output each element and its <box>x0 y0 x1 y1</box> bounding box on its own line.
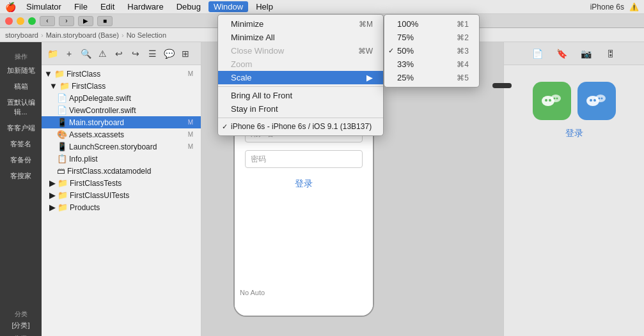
swift-file-icon: 📄 <box>57 93 67 103</box>
panel-btn-1[interactable]: 📄 <box>530 45 546 62</box>
breadcrumb-part-2: Main.storyboard (Base) <box>46 31 119 39</box>
menu-minimize-all-label: Minimize All <box>231 33 275 42</box>
sidebar-default-editor[interactable]: 置默认编辑... <box>3 96 39 119</box>
menu-help[interactable]: Help <box>251 1 278 12</box>
menu-edit[interactable]: Edit <box>95 1 120 12</box>
folder-icon-products: 📁 <box>58 202 68 212</box>
folder-icon-tests: 📁 <box>58 178 68 188</box>
scale-75[interactable]: 75% ⌘2 <box>384 31 479 44</box>
search-icon[interactable]: 🔍 <box>79 47 93 61</box>
sidebar-drafts[interactable]: 稿箱 <box>3 80 39 93</box>
close-button[interactable] <box>5 17 13 25</box>
svg-point-9 <box>595 95 606 102</box>
menu-stay-front[interactable]: Stay in Front <box>218 102 383 116</box>
panel-btn-4[interactable]: 🎛 <box>602 45 619 62</box>
scale-100[interactable]: 100% ⌘1 <box>384 17 479 31</box>
sidebar-add-note[interactable]: 加新随笔 <box>3 64 39 77</box>
sidebar-backup[interactable]: 客备份 <box>3 153 39 167</box>
tree-main-storyboard-label: Main.storyboard <box>69 118 124 127</box>
chat-icon[interactable]: 💬 <box>162 47 176 61</box>
scale-50[interactable]: ✓ 50% ⌘3 <box>384 44 479 57</box>
lines-icon[interactable]: ☰ <box>145 47 159 61</box>
folder-icon-uitests: 📁 <box>58 190 68 200</box>
scale-25[interactable]: 25% ⌘5 <box>384 71 479 84</box>
sidebar-client[interactable]: 客客户端 <box>3 121 39 135</box>
right-login-button[interactable]: 登录 <box>565 128 583 139</box>
tree-infoplist[interactable]: 📋 Info.plist <box>42 153 201 165</box>
sidebar-cat-1[interactable]: [分类] <box>3 319 39 332</box>
menu-iphone6s-label: iPhone 6s - iPhone 6s / iOS 9.1 (13B137) <box>231 122 372 131</box>
maximize-button[interactable] <box>28 17 36 25</box>
tree-appdelegate[interactable]: 📄 AppDelegate.swift <box>42 92 201 104</box>
tree-products[interactable]: ▶ 📁 Products <box>42 201 201 213</box>
add-icon[interactable]: + <box>62 47 76 61</box>
menu-zoom: Zoom <box>218 57 383 71</box>
undo-icon[interactable]: ↩ <box>112 47 126 61</box>
tree-tests-label: FirstClassTests <box>70 179 122 188</box>
back-button[interactable]: ‹ <box>40 16 55 26</box>
login-button[interactable]: 登录 <box>295 178 313 190</box>
tree-uitests[interactable]: ▶ 📁 FirstClassUITests <box>42 189 201 201</box>
play-button[interactable]: ▶ <box>78 16 93 26</box>
tree-tests[interactable]: ▶ 📁 FirstClassTests <box>42 177 201 189</box>
menu-minimize-shortcut: ⌘M <box>359 20 373 29</box>
menu-scale[interactable]: Scale ▶ <box>218 71 383 84</box>
warning-tree-icon[interactable]: ⚠ <box>95 47 109 61</box>
sidebar-sign[interactable]: 客签名 <box>3 137 39 151</box>
tree-launchscreen-label: LaunchScreen.storyboard <box>69 142 157 151</box>
tree-launchscreen[interactable]: 📱 LaunchScreen.storyboard M <box>42 141 201 153</box>
panel-btn-3[interactable]: 📷 <box>578 45 595 62</box>
scale-100-label: 100% <box>397 19 418 29</box>
tree-xcdatamodel[interactable]: 🗃 FirstClass.xcdatamodeld <box>42 165 201 177</box>
menu-iphone6s[interactable]: ✓ iPhone 6s - iPhone 6s / iOS 9.1 (13B13… <box>218 120 383 133</box>
tree-root[interactable]: ▼ 📁 FirstClass M <box>42 68 201 80</box>
folder-icon-firstclass: 📁 <box>59 81 70 91</box>
apple-menu-icon[interactable]: 🍎 <box>5 2 16 12</box>
panel-btn-2[interactable]: 🔖 <box>554 45 570 62</box>
sidebar-cat-2[interactable]: [分类] <box>3 332 39 336</box>
scale-33-shortcut: ⌘4 <box>457 60 469 69</box>
breadcrumb-sep-1: › <box>41 31 43 39</box>
svg-point-4 <box>553 98 555 100</box>
menu-window[interactable]: Window <box>208 1 248 12</box>
tree-assets-label: Assets.xcassets <box>69 130 124 139</box>
menu-simulator[interactable]: Simulator <box>21 1 67 12</box>
password-field[interactable]: 密码 <box>245 150 363 168</box>
plist-icon: 📋 <box>57 154 67 164</box>
menubar: 🍎 Simulator File Edit Hardware Debug Win… <box>0 0 644 14</box>
tree-root-badge: M <box>188 70 193 77</box>
menu-debug[interactable]: Debug <box>171 1 206 12</box>
redo-icon[interactable]: ↪ <box>129 47 143 61</box>
svg-point-3 <box>551 95 561 102</box>
sidebar-left: 操作 加新随笔 稿箱 置默认编辑... 客客户端 客签名 客备份 客搜家 分类 … <box>0 42 42 336</box>
sidebar-search[interactable]: 客搜家 <box>3 169 39 183</box>
device-indicator: iPhone 6s <box>590 3 624 11</box>
menu-minimize[interactable]: Minimize ⌘M <box>218 17 383 31</box>
tree-main-storyboard-badge: M <box>188 119 193 126</box>
tree-viewcontroller-label: ViewController.swift <box>69 106 136 115</box>
tree-root-label: FirstClass <box>67 70 100 79</box>
swift-file-icon-2: 📄 <box>57 105 67 115</box>
menu-hardware[interactable]: Hardware <box>122 1 168 12</box>
storyboard-icon: 📱 <box>57 118 67 127</box>
right-panel: 📄 🔖 📷 🎛 <box>503 42 644 336</box>
menu-file[interactable]: File <box>69 1 93 12</box>
tree-main-storyboard[interactable]: 📱 Main.storyboard M <box>42 116 201 128</box>
checkmark-icon: ✓ <box>222 123 228 131</box>
sidebar-section-operations: 操作 <box>15 52 27 61</box>
menu-zoom-label: Zoom <box>231 59 252 69</box>
data-icon: 🗃 <box>57 166 65 176</box>
menu-minimize-all[interactable]: Minimize All <box>218 31 383 44</box>
tree-viewcontroller[interactable]: 📄 ViewController.swift <box>42 104 201 116</box>
tree-assets[interactable]: 🎨 Assets.xcassets M <box>42 128 201 141</box>
minimize-button[interactable] <box>17 17 24 25</box>
tree-firstclass-folder[interactable]: ▼ 📁 FirstClass <box>42 80 201 92</box>
menu-bring-all[interactable]: Bring All to Front <box>218 89 383 102</box>
grid-icon[interactable]: ⊞ <box>178 47 192 61</box>
scale-33[interactable]: 33% ⌘4 <box>384 57 479 71</box>
folder-icon[interactable]: 📁 <box>45 47 59 61</box>
stop-button[interactable]: ■ <box>97 16 113 26</box>
sidebar-tree: 📁 + 🔍 ⚠ ↩ ↪ ☰ 💬 ⊞ ▼ 📁 FirstClass M ▼ <box>42 42 201 336</box>
forward-button[interactable]: › <box>59 16 74 26</box>
breadcrumb-part-1: storyboard <box>5 31 38 39</box>
